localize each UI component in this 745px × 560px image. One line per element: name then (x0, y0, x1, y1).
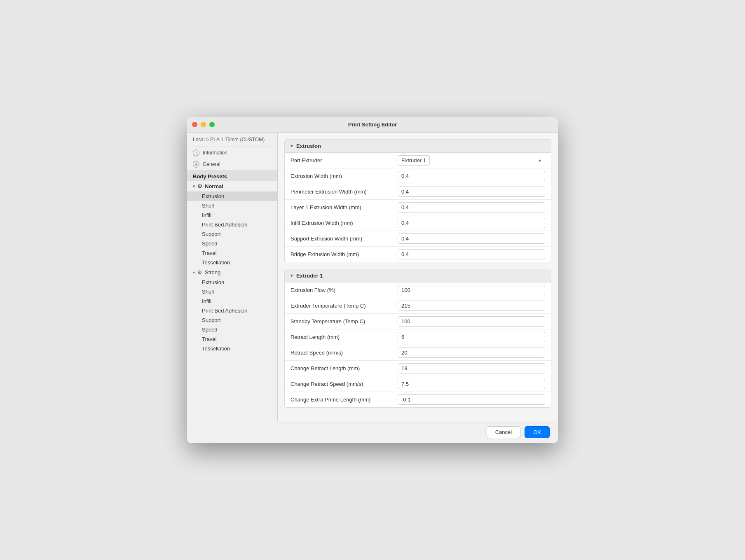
field-extrusion-flow: Extrusion Flow (%) (285, 282, 551, 298)
sidebar-item-shell-strong[interactable]: Shell (187, 287, 277, 296)
sidebar-item-general[interactable]: ⊕ General (187, 159, 277, 170)
sidebar-info-label: Information (203, 150, 227, 156)
field-bridge-extrusion-width: Bridge Extrusion Width (mm) (285, 247, 551, 262)
extrusion-section-title: Extrusion (296, 143, 321, 149)
chevron-down-icon: ▾ (193, 184, 195, 189)
input-change-retract-length[interactable] (398, 363, 545, 373)
input-extrusion-width[interactable] (398, 171, 545, 181)
sidebar-item-tessellation-normal[interactable]: Tessellation (187, 258, 277, 267)
input-change-extra-prime-length[interactable] (398, 394, 545, 405)
label-part-extruder: Part Extruder (291, 157, 398, 163)
sidebar-item-tessellation-strong[interactable]: Tessellation (187, 344, 277, 353)
sidebar-item-infill-strong[interactable]: Infill (187, 296, 277, 306)
sidebar-item-print-bed-adhesion-normal[interactable]: Print Bed Adhesion (187, 220, 277, 229)
extrusion-section-header[interactable]: ▾ Extrusion (285, 140, 551, 153)
field-change-extra-prime-length: Change Extra Prime Length (mm) (285, 392, 551, 407)
field-retract-length: Retract Length (mm) (285, 329, 551, 345)
label-extruder-temperature: Extruder Temperature (Temp C) (291, 303, 398, 309)
sidebar-item-speed-normal[interactable]: Speed (187, 239, 277, 248)
body-presets-label: Body Presets (187, 170, 277, 181)
sidebar-item-information[interactable]: i Information (187, 147, 277, 159)
label-change-retract-speed: Change Retract Speed (mm/s) (291, 381, 398, 387)
content-area: ▾ Extrusion Part Extruder Extruder 1 Ext… (278, 133, 558, 421)
footer: Cancel OK (187, 421, 558, 443)
chevron-down-icon-strong: ▾ (193, 270, 195, 275)
titlebar: Print Setting Editor (187, 117, 558, 133)
input-bridge-extrusion-width[interactable] (398, 249, 545, 259)
label-change-extra-prime-length: Change Extra Prime Length (mm) (291, 397, 398, 403)
input-layer1-extrusion-width[interactable] (398, 202, 545, 212)
preset-strong[interactable]: ▾ ⚙ Strong (187, 267, 277, 278)
sidebar-item-travel-strong[interactable]: Travel (187, 334, 277, 344)
field-change-retract-speed: Change Retract Speed (mm/s) (285, 376, 551, 392)
close-button[interactable] (192, 122, 197, 127)
extruder1-section-title: Extruder 1 (296, 273, 323, 279)
window-controls (192, 122, 215, 127)
extruder1-section: ▾ Extruder 1 Extrusion Flow (%) Extruder… (284, 269, 551, 408)
globe-icon: ⊕ (193, 161, 199, 168)
sidebar-item-extrusion-normal[interactable]: Extrusion (187, 191, 277, 201)
field-standby-temperature: Standby Temperature (Temp C) (285, 314, 551, 329)
field-layer1-extrusion-width: Layer 1 Extrusion Width (mm) (285, 200, 551, 215)
sidebar: Local > PLA 1.75mm (CUSTOM) i Informatio… (187, 133, 278, 421)
maximize-button[interactable] (209, 122, 215, 127)
label-layer1-extrusion-width: Layer 1 Extrusion Width (mm) (291, 204, 398, 210)
ok-button[interactable]: OK (525, 426, 550, 438)
sidebar-item-infill-normal[interactable]: Infill (187, 210, 277, 220)
window-title: Print Setting Editor (348, 121, 397, 128)
extruder1-section-header[interactable]: ▾ Extruder 1 (285, 269, 551, 282)
field-perimeter-extrusion-width: Perimeter Extrusion Width (mm) (285, 184, 551, 200)
input-infill-extrusion-width[interactable] (398, 218, 545, 228)
label-retract-length: Retract Length (mm) (291, 334, 398, 340)
breadcrumb: Local > PLA 1.75mm (CUSTOM) (187, 133, 277, 147)
field-extruder-temperature: Extruder Temperature (Temp C) (285, 298, 551, 314)
input-change-retract-speed[interactable] (398, 379, 545, 389)
sidebar-item-support-normal[interactable]: Support (187, 229, 277, 239)
preset-strong-label: Strong (205, 269, 220, 275)
label-extrusion-flow: Extrusion Flow (%) (291, 287, 398, 293)
collapse-arrow-extruder1: ▾ (291, 273, 293, 278)
sidebar-item-speed-strong[interactable]: Speed (187, 325, 277, 334)
field-change-retract-length: Change Retract Length (mm) (285, 361, 551, 376)
field-support-extrusion-width: Support Extrusion Width (mm) (285, 231, 551, 247)
input-perimeter-extrusion-width[interactable] (398, 187, 545, 197)
gear-icon-strong: ⚙ (197, 269, 202, 275)
minimize-button[interactable] (201, 122, 206, 127)
input-standby-temperature[interactable] (398, 316, 545, 327)
label-extrusion-width: Extrusion Width (mm) (291, 173, 398, 179)
gear-icon: ⚙ (197, 183, 202, 189)
preset-normal-label: Normal (205, 183, 223, 189)
field-retract-speed: Retract Speed (mm/s) (285, 345, 551, 361)
field-infill-extrusion-width: Infill Extrusion Width (mm) (285, 215, 551, 231)
label-perimeter-extrusion-width: Perimeter Extrusion Width (mm) (291, 189, 398, 195)
field-extrusion-width: Extrusion Width (mm) (285, 168, 551, 184)
input-extrusion-flow[interactable] (398, 285, 545, 295)
cancel-button[interactable]: Cancel (487, 426, 520, 438)
input-retract-speed[interactable] (398, 348, 545, 358)
preset-normal[interactable]: ▾ ⚙ Normal (187, 181, 277, 191)
sidebar-item-print-bed-adhesion-strong[interactable]: Print Bed Adhesion (187, 306, 277, 315)
field-part-extruder: Part Extruder Extruder 1 Extruder 2 (285, 153, 551, 168)
info-icon: i (193, 149, 199, 156)
label-infill-extrusion-width: Infill Extrusion Width (mm) (291, 220, 398, 226)
select-wrapper-part-extruder: Extruder 1 Extruder 2 (398, 155, 545, 166)
label-standby-temperature: Standby Temperature (Temp C) (291, 318, 398, 324)
collapse-arrow-extrusion: ▾ (291, 143, 293, 149)
sidebar-item-extrusion-strong[interactable]: Extrusion (187, 278, 277, 287)
sidebar-item-shell-normal[interactable]: Shell (187, 201, 277, 210)
sidebar-item-travel-normal[interactable]: Travel (187, 248, 277, 258)
extrusion-section: ▾ Extrusion Part Extruder Extruder 1 Ext… (284, 139, 551, 262)
main-window: Print Setting Editor Local > PLA 1.75mm … (187, 117, 558, 443)
label-change-retract-length: Change Retract Length (mm) (291, 365, 398, 371)
select-part-extruder[interactable]: Extruder 1 Extruder 2 (398, 155, 430, 166)
input-retract-length[interactable] (398, 332, 545, 342)
label-retract-speed: Retract Speed (mm/s) (291, 350, 398, 356)
label-bridge-extrusion-width: Bridge Extrusion Width (mm) (291, 251, 398, 257)
input-support-extrusion-width[interactable] (398, 233, 545, 244)
input-extruder-temperature[interactable] (398, 301, 545, 311)
main-layout: Local > PLA 1.75mm (CUSTOM) i Informatio… (187, 133, 558, 421)
sidebar-general-label: General (203, 161, 220, 167)
label-support-extrusion-width: Support Extrusion Width (mm) (291, 236, 398, 242)
sidebar-item-support-strong[interactable]: Support (187, 315, 277, 325)
